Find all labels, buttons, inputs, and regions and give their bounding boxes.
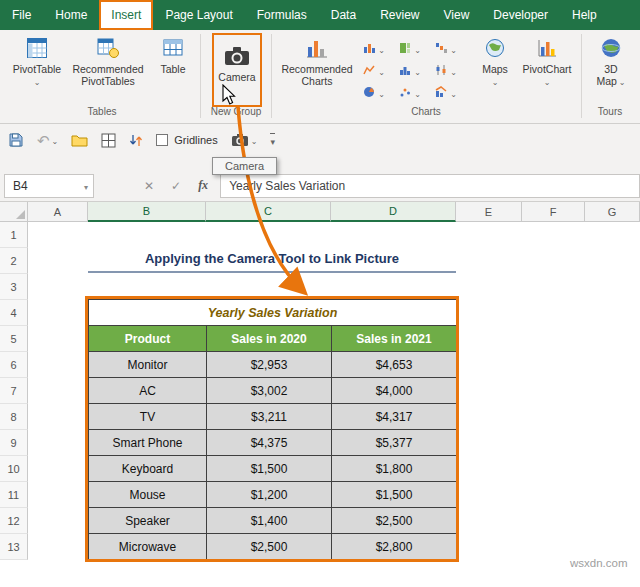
- cell[interactable]: $4,000: [332, 378, 457, 404]
- cell[interactable]: $2,953: [207, 352, 332, 378]
- cell[interactable]: $4,317: [332, 404, 457, 430]
- recommended-charts-icon: [305, 35, 329, 61]
- chevron-down-icon: [251, 134, 258, 146]
- table-button[interactable]: Table: [150, 35, 196, 75]
- borders-button[interactable]: [101, 131, 116, 149]
- undo-button[interactable]: [37, 131, 58, 149]
- cell[interactable]: $2,500: [332, 508, 457, 534]
- cancel-icon[interactable]: [144, 179, 154, 193]
- scatter-chart-button[interactable]: [394, 82, 426, 102]
- cell[interactable]: $1,800: [332, 456, 457, 482]
- hierarchy-chart-button[interactable]: [394, 38, 426, 58]
- pivottable-button[interactable]: PivotTable: [8, 35, 66, 87]
- row-header-9[interactable]: 9: [0, 430, 28, 456]
- cell[interactable]: Monitor: [89, 352, 207, 378]
- stock-chart-button[interactable]: [430, 60, 462, 80]
- column-header-g[interactable]: G: [585, 202, 640, 222]
- cell[interactable]: Mouse: [89, 482, 207, 508]
- combo-chart-button[interactable]: [430, 82, 462, 102]
- tab-data[interactable]: Data: [319, 0, 368, 30]
- tab-page-layout[interactable]: Page Layout: [153, 0, 244, 30]
- cell[interactable]: $4,653: [332, 352, 457, 378]
- cell[interactable]: Keyboard: [89, 456, 207, 482]
- chevron-down-icon: [34, 75, 41, 87]
- tab-file[interactable]: File: [0, 0, 43, 30]
- tab-view[interactable]: View: [432, 0, 482, 30]
- column-header-e[interactable]: E: [456, 202, 522, 222]
- tab-home[interactable]: Home: [43, 0, 99, 30]
- column-header-d[interactable]: D: [331, 202, 456, 222]
- enter-icon[interactable]: [171, 179, 181, 193]
- sheet-grid[interactable]: 1 2 3 4 5 6 7 8 9 10 11 12 13 Applying t…: [0, 222, 640, 587]
- row-header-3[interactable]: 3: [0, 274, 28, 300]
- header-cell-sales-2021[interactable]: Sales in 2021: [332, 326, 457, 352]
- camera-button[interactable]: Camera: [212, 33, 262, 107]
- cell[interactable]: Speaker: [89, 508, 207, 534]
- tab-developer[interactable]: Developer: [481, 0, 560, 30]
- row-header-8[interactable]: 8: [0, 404, 28, 430]
- cell[interactable]: $3,002: [207, 378, 332, 404]
- combo-chart-icon: [435, 86, 447, 98]
- pivotchart-button[interactable]: PivotChart: [518, 35, 576, 87]
- row-header-11[interactable]: 11: [0, 482, 28, 508]
- name-box-value: B4: [13, 179, 28, 193]
- cell[interactable]: Smart Phone: [89, 430, 207, 456]
- cell[interactable]: $4,375: [207, 430, 332, 456]
- cell[interactable]: $2,500: [207, 534, 332, 560]
- cell[interactable]: TV: [89, 404, 207, 430]
- cell[interactable]: $3,211: [207, 404, 332, 430]
- row-header-12[interactable]: 12: [0, 508, 28, 534]
- recommended-charts-button[interactable]: Recommended Charts: [278, 35, 356, 87]
- tab-formulas[interactable]: Formulas: [245, 0, 319, 30]
- waterfall-chart-button[interactable]: [430, 38, 462, 58]
- column-chart-button[interactable]: [358, 38, 390, 58]
- maps-label: Maps: [482, 63, 508, 75]
- cell[interactable]: $1,200: [207, 482, 332, 508]
- row-header-10[interactable]: 10: [0, 456, 28, 482]
- cell[interactable]: $1,500: [332, 482, 457, 508]
- select-all-corner[interactable]: [0, 202, 28, 222]
- row-header-6[interactable]: 6: [0, 352, 28, 378]
- row-header-4[interactable]: 4: [0, 300, 28, 326]
- formula-input[interactable]: Yearly Sales Variation: [220, 174, 640, 198]
- sort-button[interactable]: [129, 131, 143, 149]
- open-file-button[interactable]: [71, 131, 88, 149]
- cell[interactable]: $1,400: [207, 508, 332, 534]
- cell[interactable]: $1,500: [207, 456, 332, 482]
- header-cell-sales-2020[interactable]: Sales in 2020: [207, 326, 332, 352]
- histogram-chart-button[interactable]: [394, 60, 426, 80]
- line-chart-button[interactable]: [358, 60, 390, 80]
- gridlines-checkbox[interactable]: Gridlines: [156, 131, 217, 149]
- tab-insert[interactable]: Insert: [99, 0, 153, 30]
- camera-qat-button[interactable]: [231, 131, 258, 149]
- chevron-down-icon: [414, 39, 421, 57]
- tab-review[interactable]: Review: [368, 0, 431, 30]
- row-header-1[interactable]: 1: [0, 222, 28, 248]
- recommended-pivottables-label-line1: Recommended: [72, 63, 143, 75]
- column-header-c[interactable]: C: [206, 202, 331, 222]
- pie-chart-button[interactable]: [358, 82, 390, 102]
- cell[interactable]: $5,377: [332, 430, 457, 456]
- column-header-f[interactable]: F: [522, 202, 585, 222]
- row-header-7[interactable]: 7: [0, 378, 28, 404]
- chevron-down-icon: [52, 134, 59, 146]
- table-caption-cell[interactable]: Yearly Sales Variation: [89, 300, 457, 326]
- cell[interactable]: Microwave: [89, 534, 207, 560]
- name-box[interactable]: B4: [4, 174, 94, 198]
- recommended-pivottables-button[interactable]: Recommended PivotTables: [68, 35, 148, 87]
- save-button[interactable]: [8, 131, 24, 149]
- group-divider: [200, 34, 201, 118]
- 3d-map-button[interactable]: 3D Map: [589, 35, 633, 87]
- row-header-13[interactable]: 13: [0, 534, 28, 560]
- row-header-5[interactable]: 5: [0, 326, 28, 352]
- header-cell-product[interactable]: Product: [89, 326, 207, 352]
- column-header-a[interactable]: A: [28, 202, 88, 222]
- row-header-2[interactable]: 2: [0, 248, 28, 274]
- tab-help[interactable]: Help: [560, 0, 609, 30]
- column-header-b[interactable]: B: [88, 202, 206, 222]
- cell[interactable]: AC: [89, 378, 207, 404]
- cell[interactable]: $2,800: [332, 534, 457, 560]
- customize-toolbar-button[interactable]: [270, 131, 275, 149]
- insert-function-icon[interactable]: [198, 178, 208, 193]
- maps-button[interactable]: Maps: [474, 35, 516, 87]
